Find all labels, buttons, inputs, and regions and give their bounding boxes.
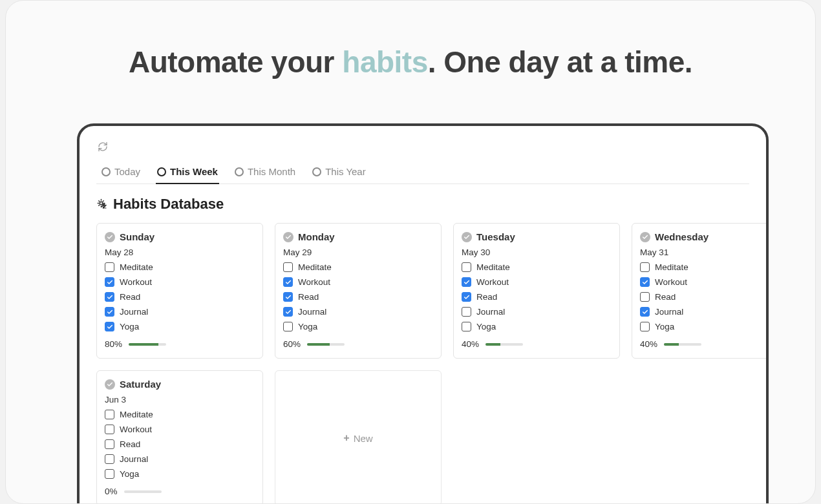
progress-label: 0% bbox=[105, 487, 118, 496]
day-header: Sunday bbox=[105, 231, 255, 242]
progress-bar bbox=[124, 490, 162, 493]
habit-checkbox[interactable] bbox=[283, 277, 293, 287]
day-date: May 29 bbox=[283, 247, 433, 257]
habit-label: Yoga bbox=[298, 322, 317, 331]
habit-checkbox[interactable] bbox=[105, 454, 114, 464]
habit-checkbox[interactable] bbox=[105, 439, 114, 449]
habit-label: Workout bbox=[120, 277, 152, 287]
check-circle-icon bbox=[462, 232, 472, 242]
day-header: Saturday bbox=[105, 379, 255, 390]
app-window: TodayThis WeekThis MonthThis Year Habits… bbox=[77, 123, 769, 504]
progress-row: 80% bbox=[105, 339, 255, 349]
progress-bar bbox=[129, 343, 166, 346]
progress-label: 60% bbox=[283, 339, 301, 349]
tab-today[interactable]: Today bbox=[100, 163, 142, 184]
habit-checkbox[interactable] bbox=[105, 425, 114, 434]
habit-row: Yoga bbox=[105, 322, 255, 331]
habit-checkbox[interactable] bbox=[462, 292, 471, 302]
habit-label: Read bbox=[476, 292, 497, 302]
habit-checkbox[interactable] bbox=[283, 322, 293, 331]
progress-row: 40% bbox=[462, 339, 612, 349]
habit-label: Meditate bbox=[120, 262, 153, 272]
habit-checkbox[interactable] bbox=[640, 292, 650, 302]
day-card[interactable]: WednesdayMay 31MeditateWorkoutReadJourna… bbox=[632, 223, 769, 359]
habit-checkbox[interactable] bbox=[640, 307, 650, 317]
day-card[interactable]: TuesdayMay 30MeditateWorkoutReadJournalY… bbox=[453, 223, 620, 359]
habit-label: Workout bbox=[120, 425, 152, 434]
habit-checkbox[interactable] bbox=[640, 262, 650, 272]
progress-row: 40% bbox=[640, 339, 769, 349]
habit-checkbox[interactable] bbox=[640, 277, 650, 287]
progress-fill bbox=[485, 343, 500, 346]
habit-label: Workout bbox=[476, 277, 509, 287]
habit-label: Read bbox=[298, 292, 319, 302]
habit-checkbox[interactable] bbox=[283, 307, 293, 317]
tab-label: This Week bbox=[170, 166, 218, 177]
habit-row: Read bbox=[105, 292, 255, 302]
habit-label: Yoga bbox=[120, 322, 139, 331]
progress-label: 80% bbox=[105, 339, 122, 349]
habit-checkbox[interactable] bbox=[283, 292, 293, 302]
day-card[interactable]: MondayMay 29MeditateWorkoutReadJournalYo… bbox=[275, 223, 442, 359]
habit-checkbox[interactable] bbox=[462, 322, 471, 331]
headline-part1: Automate your bbox=[129, 45, 342, 79]
habit-checkbox[interactable] bbox=[283, 262, 293, 272]
habit-row: Journal bbox=[640, 307, 769, 317]
habit-checkbox[interactable] bbox=[105, 410, 114, 419]
progress-fill bbox=[129, 343, 158, 346]
habit-label: Journal bbox=[120, 454, 148, 464]
habit-row: Meditate bbox=[105, 262, 255, 272]
habit-label: Read bbox=[120, 439, 140, 449]
day-card[interactable]: SundayMay 28MeditateWorkoutReadJournalYo… bbox=[96, 223, 263, 359]
habit-row: Journal bbox=[105, 454, 255, 464]
radio-icon bbox=[101, 167, 111, 176]
habit-row: Journal bbox=[283, 307, 433, 317]
tab-this-week[interactable]: This Week bbox=[156, 163, 219, 184]
progress-row: 0% bbox=[105, 487, 255, 496]
habit-row: Meditate bbox=[105, 410, 255, 419]
habit-row: Yoga bbox=[283, 322, 433, 331]
progress-label: 40% bbox=[462, 339, 479, 349]
habit-checkbox[interactable] bbox=[462, 277, 471, 287]
habit-label: Yoga bbox=[120, 469, 139, 479]
habit-row: Journal bbox=[462, 307, 612, 317]
tab-this-year[interactable]: This Year bbox=[311, 163, 367, 184]
habit-checkbox[interactable] bbox=[105, 469, 114, 479]
sync-icon[interactable] bbox=[98, 143, 108, 154]
check-circle-icon bbox=[105, 232, 115, 242]
progress-fill bbox=[664, 343, 679, 346]
habit-checkbox[interactable] bbox=[640, 322, 650, 331]
tab-this-month[interactable]: This Month bbox=[233, 163, 297, 184]
day-card[interactable]: SaturdayJun 3MeditateWorkoutReadJournalY… bbox=[96, 370, 263, 504]
day-name: Saturday bbox=[120, 379, 161, 390]
day-date: May 31 bbox=[640, 247, 769, 257]
habit-checkbox[interactable] bbox=[462, 262, 471, 272]
radio-icon bbox=[235, 167, 244, 176]
habit-checkbox[interactable] bbox=[462, 307, 471, 317]
habit-row: Workout bbox=[105, 277, 255, 287]
habit-label: Meditate bbox=[298, 262, 332, 272]
tab-label: This Month bbox=[248, 166, 295, 177]
habit-row: Yoga bbox=[105, 469, 255, 479]
new-card-button[interactable]: +New bbox=[275, 370, 442, 504]
day-date: May 28 bbox=[105, 247, 255, 257]
tabs-bar: TodayThis WeekThis MonthThis Year bbox=[96, 163, 749, 184]
day-name: Monday bbox=[298, 231, 335, 242]
habit-checkbox[interactable] bbox=[105, 307, 114, 317]
habit-label: Meditate bbox=[655, 262, 688, 272]
habit-checkbox[interactable] bbox=[105, 277, 114, 287]
habit-label: Read bbox=[120, 292, 140, 302]
progress-bar bbox=[307, 343, 345, 346]
habit-checkbox[interactable] bbox=[105, 322, 114, 331]
radio-icon bbox=[312, 167, 321, 176]
habit-label: Yoga bbox=[655, 322, 674, 331]
progress-label: 40% bbox=[640, 339, 657, 349]
habit-checkbox[interactable] bbox=[105, 292, 114, 302]
day-header: Wednesday bbox=[640, 231, 769, 242]
habit-label: Yoga bbox=[476, 322, 496, 331]
progress-bar bbox=[485, 343, 523, 346]
headline: Automate your habits. One day at a time. bbox=[6, 45, 815, 79]
habit-checkbox[interactable] bbox=[105, 262, 114, 272]
promo-card: Automate your habits. One day at a time.… bbox=[5, 0, 816, 504]
habit-row: Yoga bbox=[640, 322, 769, 331]
